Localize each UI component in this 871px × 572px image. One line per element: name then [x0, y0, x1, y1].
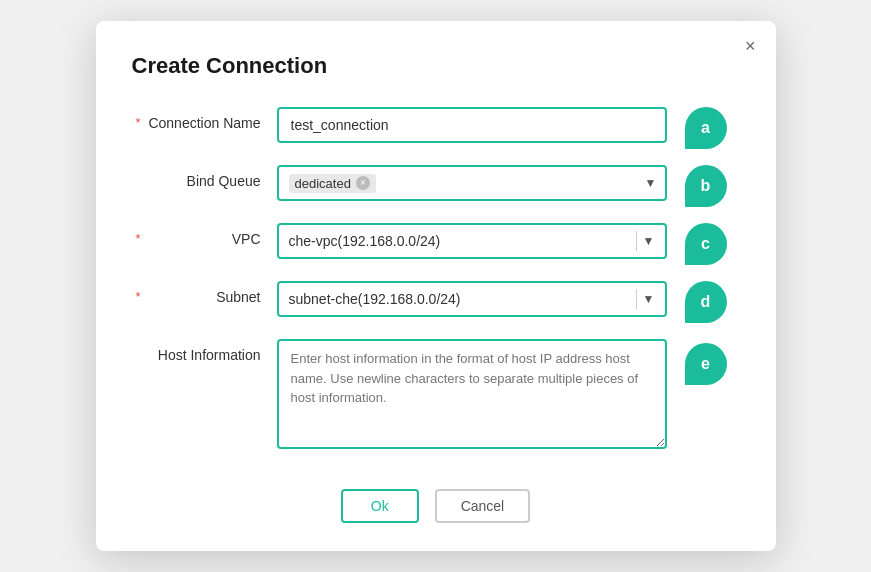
cancel-button[interactable]: Cancel: [435, 489, 531, 523]
subnet-select[interactable]: subnet-che(192.168.0.0/24) ▼: [277, 281, 667, 317]
subnet-display[interactable]: subnet-che(192.168.0.0/24) ▼: [277, 281, 667, 317]
vpc-value: che-vpc(192.168.0.0/24): [289, 233, 441, 249]
vpc-wrap: che-vpc(192.168.0.0/24) ▼: [277, 223, 667, 259]
badge-e: e: [685, 343, 727, 385]
subnet-value: subnet-che(192.168.0.0/24): [289, 291, 461, 307]
bind-queue-tag-remove[interactable]: ×: [356, 176, 370, 190]
bind-queue-tag-value: dedicated: [295, 176, 351, 191]
ok-button[interactable]: Ok: [341, 489, 419, 523]
connection-name-row: Connection Name a: [132, 107, 740, 149]
badge-d: d: [685, 281, 727, 323]
badge-b: b: [685, 165, 727, 207]
dialog-footer: Ok Cancel: [132, 489, 740, 523]
bind-queue-tag: dedicated ×: [289, 174, 376, 193]
close-button[interactable]: ×: [745, 37, 756, 55]
badge-a-wrap: a: [685, 107, 727, 149]
bind-queue-display[interactable]: dedicated × ▼: [277, 165, 667, 201]
badge-a: a: [685, 107, 727, 149]
host-info-wrap: [277, 339, 667, 453]
form-area: Connection Name a Bind Queue dedicated ×: [132, 107, 740, 469]
vpc-select[interactable]: che-vpc(192.168.0.0/24) ▼: [277, 223, 667, 259]
subnet-row: Subnet subnet-che(192.168.0.0/24) ▼ d: [132, 281, 740, 323]
host-info-textarea[interactable]: [277, 339, 667, 449]
subnet-label: Subnet: [132, 281, 277, 305]
bind-queue-row: Bind Queue dedicated × ▼ b: [132, 165, 740, 207]
host-info-label: Host Information: [132, 339, 277, 363]
connection-name-input[interactable]: [277, 107, 667, 143]
bind-queue-chevron: ▼: [645, 176, 657, 190]
vpc-divider: [636, 231, 637, 251]
vpc-display[interactable]: che-vpc(192.168.0.0/24) ▼: [277, 223, 667, 259]
bind-queue-wrap: dedicated × ▼: [277, 165, 667, 201]
badge-c-wrap: c: [685, 223, 727, 265]
vpc-label: VPC: [132, 223, 277, 247]
badge-c: c: [685, 223, 727, 265]
bind-queue-label: Bind Queue: [132, 165, 277, 189]
badge-b-wrap: b: [685, 165, 727, 207]
connection-name-wrap: [277, 107, 667, 143]
dialog-title: Create Connection: [132, 53, 740, 79]
vpc-row: VPC che-vpc(192.168.0.0/24) ▼ c: [132, 223, 740, 265]
host-info-row: Host Information e: [132, 339, 740, 453]
create-connection-dialog: × Create Connection Connection Name a Bi…: [96, 21, 776, 551]
connection-name-label: Connection Name: [132, 107, 277, 131]
bind-queue-select[interactable]: dedicated × ▼: [277, 165, 667, 201]
subnet-chevron: ▼: [643, 292, 655, 306]
subnet-wrap: subnet-che(192.168.0.0/24) ▼: [277, 281, 667, 317]
badge-e-wrap: e: [685, 343, 727, 385]
subnet-divider: [636, 289, 637, 309]
badge-d-wrap: d: [685, 281, 727, 323]
vpc-chevron: ▼: [643, 234, 655, 248]
